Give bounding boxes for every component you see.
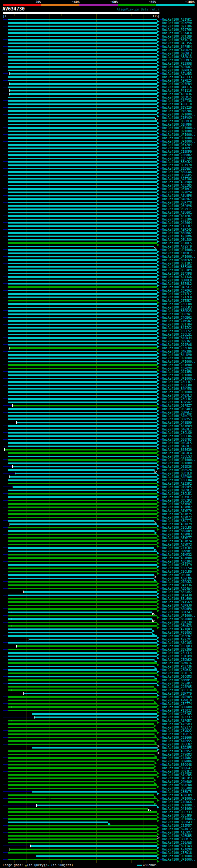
hit-bar[interactable] (8, 608, 157, 610)
alignment-row[interactable]: UniRef100_C0PT38 (0, 99, 197, 102)
alignment-row[interactable]: UniRef100_A0C1Q3 (0, 641, 197, 645)
hit-label[interactable]: UniRef100_A5K9J0 (162, 604, 192, 607)
hit-label[interactable]: UniRef100_C5JM57 (162, 824, 192, 827)
hit-label[interactable]: UniRef100_A0D4W4 (162, 587, 192, 590)
hit-label[interactable]: UniRef100_C6EQB3 (162, 645, 192, 648)
hit-label[interactable]: UniRef100_A6YM79 (162, 509, 192, 513)
hit-label[interactable]: UniRef100_C0H8H2 (162, 153, 192, 157)
hit-bar[interactable] (8, 757, 157, 759)
hit-bar[interactable] (8, 344, 157, 345)
alignment-row[interactable]: UniRef100_A0BVS2 (0, 749, 197, 753)
alignment-row[interactable]: UniRef100_A1C9X7 (0, 831, 197, 834)
alignment-row[interactable]: UniRef100_P25998 (0, 62, 197, 65)
hit-bar[interactable] (8, 750, 157, 752)
alignment-row[interactable]: UniRef100_C8CLR4 (0, 478, 197, 482)
hit-bar[interactable] (8, 554, 157, 555)
hit-bar[interactable] (8, 442, 157, 444)
alignment-row[interactable]: UniRef100_B4LDV0 (0, 353, 197, 356)
hit-label[interactable]: UniRef100_A7E5M3 (162, 722, 192, 726)
hit-bar[interactable] (8, 178, 157, 180)
hit-label[interactable]: UniRef100_A8UG01 (162, 211, 192, 214)
alignment-row[interactable]: UniRef100_A7KCY3 (0, 414, 197, 417)
hit-bar[interactable] (8, 141, 157, 142)
alignment-row[interactable]: UniRef100_Q95PN4 (0, 82, 197, 86)
alignment-row[interactable]: UniRef100_B6JUU0 (0, 617, 197, 621)
hit-label[interactable]: UniRef100_A7QDZ9 (162, 48, 192, 52)
alignment-row[interactable]: UniRef100_UPI000.. (0, 804, 197, 807)
alignment-row[interactable]: UniRef100_B5FXQ0 (0, 265, 197, 269)
hit-bar[interactable] (8, 500, 157, 501)
hit-label[interactable]: UniRef100_C0PQ62 (162, 289, 192, 292)
alignment-row[interactable]: UniRef100_B2YI29 (0, 106, 197, 109)
alignment-row[interactable]: UniRef100_C0PMC5 (0, 59, 197, 62)
alignment-row[interactable]: UniRef100_C0PQX8 (0, 367, 197, 370)
hit-label[interactable]: UniRef100_Q41960 (162, 807, 192, 810)
hit-bar[interactable] (8, 127, 157, 129)
hit-label[interactable]: UniRef100_UPI000.. (162, 373, 195, 377)
hit-label[interactable]: UniRef100_A9J5P2 (162, 482, 192, 485)
hit-bar[interactable] (8, 307, 157, 308)
hit-bar[interactable] (8, 801, 154, 803)
alignment-row[interactable]: UniRef100_Q9FEZ7 (0, 404, 197, 407)
alignment-row[interactable]: UniRef100_Q4PSL7 (0, 285, 197, 289)
hit-bar[interactable] (17, 645, 157, 647)
hit-label[interactable]: UniRef100_C8CLR4 (162, 478, 192, 482)
hit-bar[interactable] (32, 713, 157, 715)
hit-bar[interactable] (8, 601, 157, 603)
hit-label[interactable]: UniRef100_B0E639 (162, 448, 192, 452)
alignment-row[interactable]: UniRef100_A8PGR7 (0, 719, 197, 722)
hit-bar[interactable] (8, 374, 157, 376)
alignment-row[interactable]: UniRef100_A0D0E8 (0, 607, 197, 611)
hit-label[interactable]: UniRef100_Q7RGK3 (162, 580, 192, 584)
alignment-row[interactable]: UniRef100_A6YM89 (0, 424, 197, 428)
hit-label[interactable]: UniRef100_C5FW18 (162, 851, 192, 855)
alignment-row[interactable]: UniRef100_Q2XTD6 (0, 25, 197, 28)
hit-label[interactable]: UniRef100_B5Y3U9 (162, 648, 192, 651)
hit-bar[interactable] (24, 591, 157, 593)
alignment-row[interactable]: UniRef100_UPI000.. (0, 855, 197, 858)
hit-bar[interactable] (8, 798, 46, 799)
hit-label[interactable]: UniRef100_B5XCK4 (162, 160, 192, 163)
alignment-row[interactable]: UniRef100_UPI000.. (0, 126, 197, 130)
hit-label[interactable]: UniRef100_Q5CJR9 (162, 814, 192, 817)
hit-bar[interactable] (8, 164, 157, 166)
hit-label[interactable]: UniRef100_C1BKP9 (162, 150, 192, 153)
hit-label[interactable]: UniRef100_B0S6P5 (162, 174, 192, 177)
hit-label[interactable]: UniRef100_P08093 (162, 631, 192, 634)
hit-bar[interactable] (8, 120, 157, 122)
hit-bar[interactable] (8, 781, 154, 782)
hit-label[interactable]: UniRef100_B8CCN2 (162, 743, 192, 746)
hit-label[interactable]: UniRef100_UPI000.. (162, 356, 195, 360)
alignment-row[interactable]: UniRef100_C5DWK9 (0, 658, 197, 661)
alignment-row[interactable]: UniRef100_Q4N6W9 (0, 780, 197, 783)
hit-label[interactable]: UniRef100_Q3THC7 (162, 187, 192, 191)
alignment-row[interactable]: UniRef100_C6TMR0 (0, 363, 197, 367)
hit-label[interactable]: UniRef100_A7TQR3 (162, 627, 192, 631)
hit-bar[interactable] (8, 673, 157, 674)
hit-bar[interactable] (8, 124, 157, 125)
hit-bar[interactable] (8, 744, 157, 745)
alignment-row[interactable]: UniRef100_B8NRH6 (0, 760, 197, 763)
hit-bar[interactable] (8, 632, 152, 633)
alignment-row[interactable]: UniRef100_C8CLR9 (0, 570, 197, 573)
alignment-row[interactable]: UniRef100_A0EZU5 (0, 184, 197, 187)
hit-bar[interactable] (8, 22, 157, 24)
hit-label[interactable]: UniRef100_C0PQX8 (162, 367, 192, 370)
hit-bar[interactable] (8, 371, 157, 373)
hit-bar[interactable] (8, 232, 157, 234)
alignment-row[interactable]: UniRef100_B0DK80 (0, 706, 197, 709)
alignment-row[interactable]: UniRef100_UPI000.. (0, 462, 197, 465)
hit-label[interactable]: UniRef100_UPI000.. (162, 855, 195, 858)
hit-label[interactable]: UniRef100_Q8I3T9 (162, 563, 192, 566)
hit-label[interactable]: UniRef100_B4KYM8 (162, 387, 192, 391)
hit-label[interactable]: UniRef100_Q5I1D2 (162, 262, 192, 265)
hit-bar[interactable] (8, 19, 157, 20)
hit-label[interactable]: UniRef100_B8PII0 (162, 688, 192, 692)
alignment-row[interactable]: UniRef100_Q6P0V6 (0, 204, 197, 208)
hit-label[interactable]: UniRef100_Q6Y204 (162, 143, 192, 147)
hit-bar[interactable] (8, 496, 157, 498)
hit-label[interactable]: UniRef100_Q90YW1 (162, 313, 192, 316)
hit-bar[interactable] (8, 144, 157, 146)
hit-bar[interactable] (17, 422, 157, 423)
hit-label[interactable]: UniRef100_B5DGW7 (162, 167, 192, 170)
